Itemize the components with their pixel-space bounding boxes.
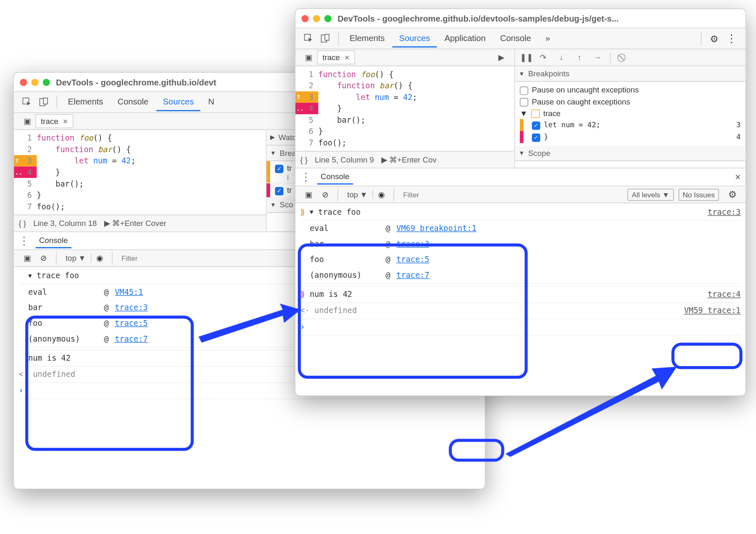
source-link[interactable]: trace:3 (115, 301, 148, 314)
breakpoint-checkbox[interactable]: ✓ (275, 187, 283, 195)
console-prompt-icon[interactable]: › (19, 384, 23, 398)
step-out-icon[interactable]: ↑ (574, 53, 585, 62)
bp-file-row[interactable]: ▼trace (520, 108, 741, 119)
breakpoint-checkbox[interactable]: ✓ (275, 165, 283, 173)
bp-code[interactable]: let num = 42; (544, 121, 600, 129)
zoom-icon[interactable] (324, 15, 332, 22)
eye-icon[interactable]: ◉ (378, 190, 385, 199)
code-line[interactable]: 2 function bar() { (14, 144, 266, 155)
code-line[interactable]: ..4 } (14, 167, 266, 178)
source-link[interactable]: trace:7 (396, 269, 476, 282)
eye-icon[interactable]: ◉ (96, 254, 103, 263)
drawer-tab-console[interactable]: Console (317, 170, 353, 184)
pause-icon[interactable]: ❚❚ (520, 53, 531, 62)
file-tab-trace[interactable]: trace × (317, 51, 355, 64)
code-editor[interactable]: 1function foo() {2 function bar() {?3 le… (295, 66, 515, 151)
stack-frame-fn: eval (28, 286, 100, 299)
breakpoint-checkbox[interactable]: ✓ (532, 133, 540, 141)
main-toolbar: Elements Sources Application Console » ⚙… (295, 28, 746, 49)
kebab-icon[interactable]: ⋮ (722, 32, 741, 45)
console-prompt-icon[interactable]: › (300, 320, 305, 334)
clear-console-icon[interactable]: ⊘ (40, 254, 47, 263)
inspect-icon[interactable] (19, 95, 36, 109)
source-link[interactable]: trace:5 (396, 253, 476, 266)
breakpoints-pane-header[interactable]: ▼Breakpoints (515, 66, 745, 82)
breakpoint-checkbox[interactable]: ✓ (532, 121, 540, 129)
tab-console[interactable]: Console (493, 29, 537, 48)
code-line[interactable]: 6} (14, 189, 266, 201)
tab-more[interactable]: N (202, 93, 221, 112)
code-line[interactable]: 2 function bar() { (295, 80, 515, 92)
bp-item[interactable]: tr (287, 186, 292, 195)
code-line[interactable]: ?3 let num = 42; (14, 155, 266, 167)
close-icon[interactable] (20, 78, 27, 85)
levels-selector[interactable]: All levels ▼ (627, 189, 673, 201)
code-line[interactable]: 5 bar(); (14, 178, 266, 189)
code-line[interactable]: 5 bar(); (295, 114, 515, 126)
code-line[interactable]: 1function foo() { (14, 132, 266, 144)
uncaught-checkbox[interactable] (520, 86, 528, 95)
deactivate-breakpoints-icon[interactable]: ⃠ (618, 53, 629, 62)
code-line[interactable]: 6} (295, 126, 515, 137)
zoom-icon[interactable] (43, 78, 50, 85)
pretty-print-icon[interactable]: { } (19, 219, 26, 228)
pretty-print-icon[interactable]: { } (300, 155, 308, 164)
tab-sources[interactable]: Sources (156, 93, 200, 112)
file-tab-trace[interactable]: trace × (36, 114, 73, 128)
scope-pane-header[interactable]: ▼Scope (515, 146, 745, 161)
code-line[interactable]: ?3 let num = 42; (295, 91, 515, 103)
source-link[interactable]: VM69 breakpoint:1 (396, 222, 476, 235)
code-line[interactable]: 7foo(); (14, 201, 266, 212)
minimize-icon[interactable] (313, 15, 320, 22)
kebab-icon[interactable]: ⋮ (19, 234, 29, 248)
kebab-icon[interactable]: ⋮ (300, 170, 311, 184)
titlebar[interactable]: DevTools - googlechrome.github.io/devtoo… (295, 9, 746, 28)
step-icon[interactable]: → (592, 53, 603, 62)
bp-code[interactable]: } (544, 133, 548, 141)
device-icon[interactable] (36, 95, 53, 109)
tab-overflow[interactable]: » (539, 29, 557, 48)
tab-sources[interactable]: Sources (393, 29, 437, 48)
source-link[interactable]: VM59 trace:1 (684, 304, 741, 318)
live-expression-icon[interactable]: ▣ (300, 190, 317, 199)
live-expression-icon[interactable]: ▣ (19, 254, 36, 263)
source-link[interactable]: trace:3 (707, 206, 740, 219)
bp-item[interactable]: tr (287, 163, 292, 172)
source-link[interactable]: trace:5 (115, 317, 148, 330)
tab-elements[interactable]: Elements (343, 29, 392, 48)
context-selector[interactable]: top▼ (347, 190, 373, 199)
chevron-down-icon: ▼ (270, 150, 276, 156)
source-link[interactable]: trace:7 (115, 333, 148, 346)
step-into-icon[interactable]: ↓ (556, 53, 567, 62)
close-tab-icon[interactable]: × (63, 117, 68, 126)
chevron-down-icon: ▼ (519, 150, 524, 156)
source-link[interactable]: trace:3 (396, 238, 476, 251)
code-line[interactable]: 1function foo() { (295, 68, 515, 80)
step-over-icon[interactable]: ↷ (538, 53, 549, 62)
code-line[interactable]: 7foo(); (295, 137, 515, 149)
filter-input[interactable] (403, 190, 622, 199)
device-icon[interactable] (317, 31, 334, 46)
console-settings-icon[interactable]: ⚙ (724, 189, 741, 200)
close-icon[interactable] (301, 15, 308, 22)
code-line[interactable]: ..4 } (295, 103, 515, 114)
caught-checkbox[interactable] (520, 98, 528, 107)
close-drawer-icon[interactable]: × (735, 172, 741, 182)
code-editor[interactable]: 1function foo() {2 function bar() {?3 le… (14, 130, 266, 214)
tab-elements[interactable]: Elements (61, 93, 110, 112)
minimize-icon[interactable] (31, 78, 38, 85)
tab-console[interactable]: Console (111, 93, 155, 112)
context-selector[interactable]: top▼ (66, 254, 91, 263)
tab-application[interactable]: Application (438, 29, 492, 48)
navigator-toggle-icon[interactable]: ▣ (300, 53, 317, 62)
close-tab-icon[interactable]: × (345, 53, 349, 62)
settings-icon[interactable]: ⚙ (706, 33, 723, 44)
navigator-toggle-icon[interactable]: ▣ (19, 117, 36, 126)
clear-console-icon[interactable]: ⊘ (322, 190, 329, 199)
drawer-tab-console[interactable]: Console (36, 233, 72, 248)
source-link[interactable]: trace:4 (707, 288, 740, 301)
run-snippet-icon[interactable]: ▶ (493, 50, 510, 65)
inspect-icon[interactable] (300, 31, 317, 46)
source-link[interactable]: VM45:1 (115, 286, 148, 299)
issues-button[interactable]: No Issues (678, 189, 719, 201)
